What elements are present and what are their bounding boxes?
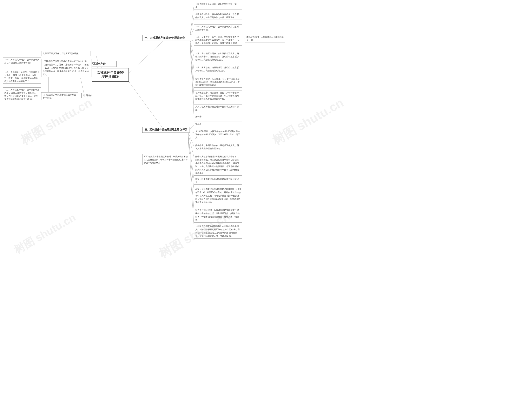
right-top-7: 据报道报告建议：从2018年开始，女性退休 年龄每3年延迟1岁，男性退休年龄每6…: [194, 77, 242, 88]
left-node-2: （二）男年满五十五周岁、女年满四十五周岁 ，连续工龄满十年的，由事下、高空、高温…: [3, 70, 41, 84]
branch1-node: 一、女性退休年龄是50岁还是55岁: [142, 35, 192, 41]
rb9-text: 《中国人口与劳动问题报告》由中国社会科学 院人口与劳动经济研究所2000年起每年…: [195, 225, 240, 237]
branch2-cite-law-text: [1]《国务院关于安置老弱病残干部的暂行办 法》: [43, 93, 76, 99]
right-top-10: 第一步: [194, 114, 242, 119]
branch1-label: 一、女性退休年龄是50岁还是55岁: [144, 36, 185, 39]
rt4-text: （二）从事井下、高空、高温、特别繁重体力 劳动或者其他有害身体健康的工作，男年满…: [195, 36, 239, 44]
left-node-3-text: （三）男年满五十周岁，女年满四十五周岁， 连续工龄满十年，由医院证明，并经劳动鉴…: [4, 89, 39, 100]
right-top-9: 其次，职工养老保险的退休年龄改革方案分两 步走。: [194, 104, 242, 112]
left-node-2-text: （二）男年满五十五周岁、女年满四十五周岁 ，连续工龄满十年的，由事下、高空、高温…: [4, 71, 39, 82]
branch2-sub-text: 女干部55周岁退休，女职工50周岁退休。: [43, 52, 80, 55]
svg-line-7: [190, 38, 194, 57]
right-bottom-5: 2017年完成养老金制度并轨时，取消女干部 和女工人的身份区别，现职工养老保险的…: [142, 154, 191, 165]
rt6-text: （四）因工致残，由医院证明，并经劳动鉴定 委员会确认，完全丧失劳动能力的。: [195, 66, 239, 72]
rb3-text: 报告指出，中国目前存在大量超龄退休人员， 开发其潜力是今后的主要方向。: [195, 144, 239, 150]
left-node-3: （三）男年满五十周岁，女年满四十五周岁， 连续工龄满十年，由医院证明，并经劳动鉴…: [3, 87, 41, 101]
right-top-4-note: 本规定也适用于工作条件与工人相同的基层 干部。: [245, 35, 285, 42]
rt2-text: 全民所有制企业、事业单位和党政机关、群众 团体的工人，符合下列条件之一的，应该退…: [195, 13, 239, 19]
svg-line-26: [188, 131, 194, 210]
watermark-3: 树图 shutu.cn: [269, 94, 347, 149]
branch2-sub-node: 女干部55周岁退休，女职工50周岁退休。: [41, 51, 91, 56]
right-bottom-1: 第二步: [194, 122, 242, 126]
right-top-6: （四）因工致残，由医院证明，并经劳动鉴定 委员会确认，完全丧失劳动能力的。: [194, 65, 242, 73]
right-top-5: （三）男年满五十周岁，女年满四十五周岁， 连续工龄满十年，由医院证明，并经劳动鉴…: [194, 51, 242, 62]
left-node-1: （一）男年满六十周岁，女年满五十周岁，并 且连续工龄满十年的：: [3, 57, 41, 65]
right-bottom-8: 报告通过调研梳理，延迟退休年龄有哪些有效 减缓劳动力的供给状况，增加城镇退龄 （…: [194, 208, 242, 222]
right-top-1: 《国务院关于工人退休、退职的暂行办法》第 一条: [194, 2, 242, 10]
rb5-text: 2017年完成养老金制度并轨时，取消女干部 和女工人的身份区别，现职工养老保险的…: [144, 155, 188, 164]
rb4-text: 报告认为鉴于我国退休年龄规定始于几十年前 ，已经显得过低，报告建议按照并轨先行，…: [195, 155, 239, 174]
right-bottom-9: 《中国人口与劳动问题报告》由中国社会科学 院人口与劳动经济研究所2000年起每年…: [194, 224, 242, 239]
right-top-4: （二）从事井下、高空、高温、特别繁重体力 劳动或者其他有害身体健康的工作，男年满…: [194, 35, 242, 46]
svg-line-0: [128, 38, 166, 74]
rb2-text: 从2018年开始，女性退休年龄每3年延迟1岁 男性退休年龄每6年延迟1岁，直至2…: [195, 130, 240, 139]
rt7-text: 据报道报告建议：从2018年开始，女性退休 年龄每3年延迟1岁，男性退休年龄每6…: [195, 78, 240, 86]
watermark-4: 树图 shutu.cn: [11, 210, 78, 257]
watermark-1: 树图 shutu.cn: [18, 94, 95, 149]
rt4-note-text: 本规定也适用于工作条件与工人相同的基层 干部。: [246, 36, 284, 41]
rb8-text: 报告通过调研梳理，延迟退休年龄有哪些有效 减缓劳动力的供给状况，增加城镇退龄 （…: [195, 209, 240, 221]
branch2-cite-label: 引用法条: [83, 94, 92, 97]
rb6-text: 其次，职工养老保险的退休年龄改革方案分两 步走。: [195, 178, 239, 183]
right-top-3: （一）男年满六十周岁，女年满五十周岁，连 续工龄满十年的。: [194, 24, 242, 32]
rb7-text: 再次，居民养老保险的退休年龄从2033年开 始每3年延迟1岁，直至2045年完成…: [195, 188, 241, 203]
rt5-text: （三）男年满五十周岁，女年满四十五周岁， 连续工龄满十年，由医院证明，并经劳动鉴…: [195, 52, 239, 61]
branch2-cite-law: [1]《国务院关于安置老弱病残干部的暂行办 法》: [41, 92, 78, 100]
right-top-2: 全民所有制企业、事业单位和党政机关、群众 团体的工人，符合下列条件之一的，应该退…: [194, 12, 242, 20]
right-bottom-6: 其次，职工养老保险的退休年龄改革方案分两 步走。: [194, 177, 242, 185]
center-node: 女性退休年龄是50岁还是 55岁: [92, 68, 129, 82]
right-bottom-4: 报告认为鉴于我国退休年龄规定始于几十年前 ，已经显得过低，报告建议按照并轨先行，…: [194, 154, 242, 175]
rt9-text: 其次，职工养老保险的退休年龄改革方案分两 步走。: [195, 105, 239, 111]
right-top-8: 在具体建议中，报告提出，首先，实现养老金 制度并轨，将退休年龄归为两类：职工养老…: [194, 90, 242, 101]
rt10-text: 第一步: [195, 116, 202, 118]
svg-line-12: [190, 38, 194, 116]
svg-line-10: [190, 38, 194, 96]
mind-map-container: 树图 shutu.cn 树图 shutu.cn 树图 shutu.cn 树图 s…: [0, 0, 528, 420]
rb1-text: 第二步: [195, 123, 202, 125]
svg-line-9: [190, 38, 194, 82]
right-bottom-7: 再次，居民养老保险的退休年龄从2033年开 始每3年延迟1岁，直至2045年完成…: [194, 187, 242, 205]
left-node-1-text: （一）男年满六十周岁，女年满五十周岁，并 且连续工龄满十年的：: [4, 58, 39, 64]
svg-line-3: [190, 6, 194, 38]
branch2-law-text: 《国务院关于安置老弱病残干部的暂行办法》 和《国务院关于工人退休、退职的暂行办法…: [43, 60, 89, 76]
branch2-law-node: 《国务院关于安置老弱病残干部的暂行办法》 和《国务院关于工人退休、退职的暂行办法…: [41, 59, 92, 77]
svg-line-23: [188, 131, 194, 157]
svg-line-27: [188, 131, 194, 226]
right-bottom-2: 从2018年开始，女性退休年龄每3年延迟1岁 男性退休年龄每6年延迟1岁，直至2…: [194, 129, 242, 140]
svg-line-2: [128, 80, 165, 131]
svg-line-11: [190, 38, 194, 108]
rt3-text: （一）男年满六十周岁，女年满五十周岁，连 续工龄满十年的。: [195, 25, 239, 31]
rt1-text: 《国务院关于工人退休、退职的暂行办法》第 一条: [195, 3, 239, 8]
center-label: 女性退休年龄是50岁还是 55岁: [97, 71, 124, 79]
svg-line-22: [188, 131, 194, 146]
right-bottom-3: 报告指出，中国目前存在大量超龄退休人员， 开发其潜力是今后的主要方向。: [194, 143, 242, 151]
rt8-text: 在具体建议中，报告提出，首先，实现养老金 制度并轨，将退休年龄归为两类：职工养老…: [195, 92, 239, 100]
svg-line-8: [190, 38, 194, 70]
branch3-node: 三、延长退休年龄的最新规定是 怎样的: [142, 127, 190, 133]
branch3-label: 三、延长退休年龄的最新规定是 怎样的: [144, 128, 187, 131]
branch2-cite-tag[interactable]: 引用法条: [82, 93, 96, 98]
